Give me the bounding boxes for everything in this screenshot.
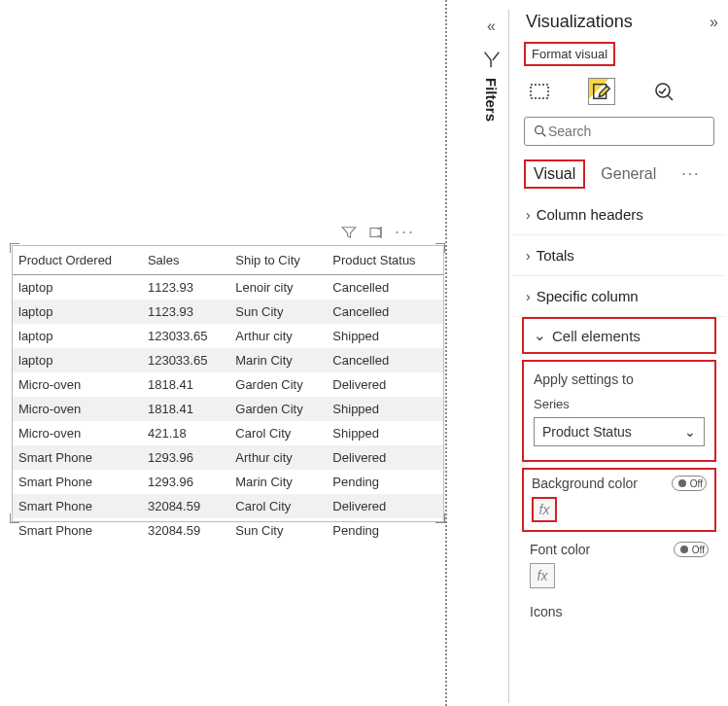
column-header[interactable]: Ship to City: [229, 246, 327, 275]
filters-icon[interactable]: [481, 49, 503, 70]
table-cell: 1818.41: [142, 397, 229, 421]
filters-pane-collapsed: « Filters: [474, 10, 509, 703]
background-color-fx-button[interactable]: fx: [532, 497, 557, 522]
table-cell: Delivered: [327, 494, 443, 518]
table-cell: Pending: [327, 470, 443, 494]
font-color-toggle[interactable]: Off: [674, 542, 709, 557]
chevron-right-icon: ›: [526, 207, 531, 223]
format-visual-label: Format visual: [524, 42, 615, 66]
search-box[interactable]: [524, 117, 714, 146]
apply-settings-title: Apply settings to: [534, 371, 705, 387]
column-header[interactable]: Sales: [142, 246, 229, 275]
tab-more-icon[interactable]: ···: [681, 165, 700, 183]
table-cell: Shipped: [327, 421, 443, 445]
chevron-down-icon: ⌄: [534, 327, 546, 344]
table-cell: 123033.65: [142, 324, 229, 348]
visualizations-panel: Visualizations » Format visual Visual Ge…: [512, 0, 726, 706]
table-row[interactable]: Smart Phone32084.59Carol CityDelivered: [13, 494, 443, 518]
table-cell: Pending: [327, 518, 443, 543]
table-cell: Smart Phone: [13, 494, 142, 518]
font-color-group: Font color Off fx: [522, 538, 716, 594]
expand-filters-icon[interactable]: «: [487, 18, 496, 35]
table-row[interactable]: Smart Phone1293.96Arthur cityDelivered: [13, 445, 443, 470]
section-label: Specific column: [537, 288, 639, 304]
table-header-row: Product Ordered Sales Ship to City Produ…: [13, 246, 443, 275]
table-cell: 1293.96: [142, 470, 229, 494]
table-cell: Marin City: [229, 348, 327, 372]
table-cell: 1293.96: [142, 445, 229, 470]
report-canvas[interactable]: ··· Product Ordered Sales Ship to City P…: [0, 0, 447, 706]
table-cell: 1123.93: [142, 300, 229, 324]
icons-label: Icons: [530, 604, 562, 619]
table-cell: Carol City: [229, 494, 327, 518]
table-cell: laptop: [13, 324, 142, 348]
table-cell: laptop: [13, 275, 142, 300]
background-color-group: Background color Off fx: [522, 468, 716, 532]
section-totals[interactable]: › Totals: [512, 235, 726, 276]
svg-point-3: [656, 84, 670, 97]
table-cell: Marin City: [229, 470, 327, 494]
table-row[interactable]: laptop123033.65Arthur cityShipped: [13, 324, 443, 348]
table-cell: 421.18: [142, 421, 229, 445]
svg-rect-1: [531, 85, 548, 98]
table-row[interactable]: Smart Phone32084.59Sun CityPending: [13, 518, 443, 543]
table-cell: Cancelled: [327, 300, 443, 324]
table-cell: Micro-oven: [13, 397, 142, 421]
font-color-label: Font color: [530, 542, 590, 557]
table-cell: Garden City: [229, 397, 327, 421]
series-dropdown[interactable]: Product Status ⌄: [534, 417, 705, 446]
visual-toolbar: ···: [340, 222, 415, 242]
table-row[interactable]: Micro-oven421.18Carol CityShipped: [13, 421, 443, 445]
format-mode-tabs: [512, 70, 726, 109]
table-cell: Sun City: [229, 518, 327, 543]
filter-icon[interactable]: [340, 224, 358, 241]
format-visual-icon[interactable]: [588, 78, 615, 105]
analytics-icon[interactable]: [650, 78, 677, 105]
table-visual[interactable]: Product Ordered Sales Ship to City Produ…: [12, 245, 444, 522]
table-row[interactable]: laptop123033.65Marin CityCancelled: [13, 348, 443, 372]
tab-visual[interactable]: Visual: [524, 159, 585, 189]
section-column-headers[interactable]: › Column headers: [512, 194, 726, 235]
build-visual-icon[interactable]: [526, 78, 553, 105]
table-row[interactable]: laptop1123.93Sun CityCancelled: [13, 300, 443, 324]
table-row[interactable]: laptop1123.93Lenoir cityCancelled: [13, 275, 443, 300]
table-cell: Cancelled: [327, 275, 443, 300]
focus-mode-icon[interactable]: [367, 224, 385, 241]
section-label: Column headers: [537, 206, 643, 223]
section-cell-elements[interactable]: ⌄ Cell elements: [524, 319, 714, 352]
tab-general[interactable]: General: [601, 165, 656, 183]
chevron-right-icon: ›: [526, 248, 531, 264]
table-cell: Shipped: [327, 324, 443, 348]
table-cell: 1123.93: [142, 275, 229, 300]
background-color-toggle[interactable]: Off: [672, 476, 707, 491]
table-cell: Smart Phone: [13, 470, 142, 494]
section-specific-column[interactable]: › Specific column: [512, 276, 726, 317]
table-row[interactable]: Micro-oven1818.41Garden CityDelivered: [13, 372, 443, 397]
search-input[interactable]: [548, 124, 718, 139]
table-cell: Micro-oven: [13, 421, 142, 445]
apply-settings-group: Apply settings to Series Product Status …: [522, 360, 716, 462]
collapse-panel-icon[interactable]: »: [710, 14, 718, 31]
table-cell: laptop: [13, 348, 142, 372]
table-cell: Delivered: [327, 445, 443, 470]
column-header[interactable]: Product Ordered: [13, 246, 142, 275]
table-row[interactable]: Micro-oven1818.41Garden CityShipped: [13, 397, 443, 421]
filters-label: Filters: [483, 78, 500, 122]
table-cell: 32084.59: [142, 518, 229, 543]
section-label: Totals: [537, 247, 574, 264]
svg-point-4: [536, 126, 543, 134]
icons-group: Icons: [522, 600, 716, 625]
table-cell: Delivered: [327, 372, 443, 397]
table-cell: Lenoir city: [229, 275, 327, 300]
table-row[interactable]: Smart Phone1293.96Marin CityPending: [13, 470, 443, 494]
chevron-down-icon: ⌄: [684, 424, 696, 440]
more-options-icon[interactable]: ···: [395, 222, 415, 242]
chevron-right-icon: ›: [526, 289, 531, 304]
font-color-fx-button[interactable]: fx: [530, 563, 555, 588]
table-cell: Cancelled: [327, 348, 443, 372]
svg-rect-0: [370, 228, 381, 236]
column-header[interactable]: Product Status: [327, 246, 443, 275]
table-cell: Smart Phone: [13, 445, 142, 470]
table-cell: 123033.65: [142, 348, 229, 372]
series-value: Product Status: [542, 424, 632, 440]
